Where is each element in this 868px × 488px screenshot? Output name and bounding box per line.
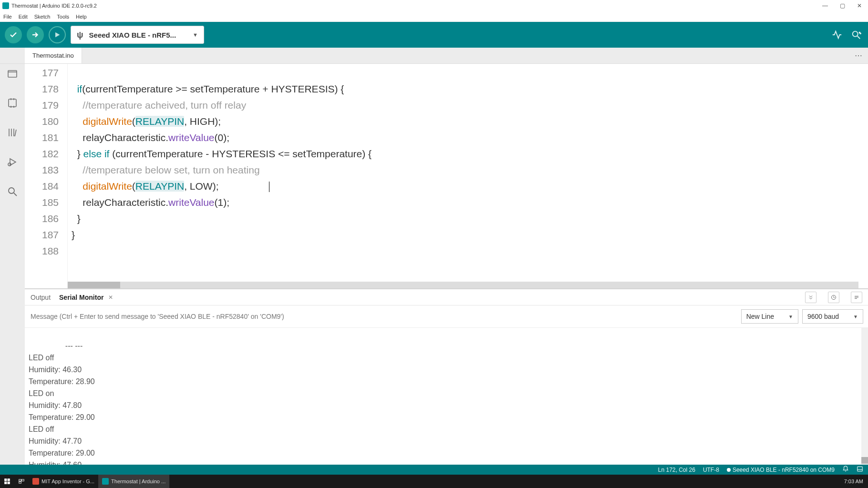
panel-timestamp-button[interactable] bbox=[828, 292, 839, 303]
svg-rect-28 bbox=[8, 478, 10, 481]
app-icon bbox=[2, 2, 9, 9]
menu-help[interactable]: Help bbox=[72, 11, 90, 22]
windows-taskbar: MIT App Inventor - G... Thermostat | Ard… bbox=[0, 475, 868, 488]
window-titlebar: Thermostat | Arduino IDE 2.0.0-rc9.2 — ▢… bbox=[0, 0, 868, 11]
toolbar: ψ Seeed XIAO BLE - nRF5... ▼ bbox=[0, 22, 868, 48]
svg-point-17 bbox=[8, 163, 11, 166]
window-title: Thermostat | Arduino IDE 2.0.0-rc9.2 bbox=[11, 3, 97, 9]
panel-icon bbox=[857, 466, 863, 472]
sketchbook-button[interactable] bbox=[5, 66, 20, 81]
svg-line-19 bbox=[14, 193, 17, 196]
panel-tab-serial-monitor[interactable]: Serial Monitor bbox=[59, 294, 103, 301]
serial-output-text: --- --- LED off Humidity: 46.30 Temperat… bbox=[29, 342, 95, 465]
menu-file[interactable]: File bbox=[0, 11, 15, 22]
serial-input-row: New Line ▼ 9600 baud ▼ bbox=[25, 305, 868, 328]
serial-vertical-scrollbar[interactable] bbox=[861, 328, 868, 465]
task-view-button[interactable] bbox=[14, 475, 29, 488]
panel-scroll-end-button[interactable] bbox=[805, 292, 816, 303]
svg-point-5 bbox=[860, 33, 861, 34]
search-sidebar-button[interactable] bbox=[5, 184, 20, 199]
boards-manager-button[interactable] bbox=[5, 95, 20, 111]
svg-point-18 bbox=[9, 188, 14, 193]
window-close-button[interactable]: ✕ bbox=[851, 0, 868, 11]
chevron-down-icon: ▼ bbox=[853, 314, 858, 319]
arrow-right-icon bbox=[31, 30, 40, 39]
statusbar: Ln 172, Col 26 UTF-8 Seeed XIAO BLE - nR… bbox=[0, 465, 868, 475]
board-selector[interactable]: ψ Seeed XIAO BLE - nRF5... ▼ bbox=[71, 26, 204, 44]
code-editor[interactable]: 177178179180181182183184185186187188 if(… bbox=[25, 64, 868, 288]
taskbar-app-label: MIT App Inventor - G... bbox=[41, 478, 94, 484]
bottom-panel: Output Serial Monitor ✕ New Line ▼ bbox=[25, 288, 868, 465]
svg-rect-7 bbox=[9, 99, 16, 107]
bell-icon bbox=[842, 466, 849, 472]
debug-button[interactable] bbox=[49, 26, 66, 43]
line-ending-label: New Line bbox=[746, 313, 774, 320]
serial-monitor-button[interactable] bbox=[849, 28, 863, 42]
panel-tab-output[interactable]: Output bbox=[31, 294, 51, 301]
svg-rect-31 bbox=[19, 479, 21, 481]
svg-point-2 bbox=[853, 31, 858, 37]
taskbar-app-arduino[interactable]: Thermostat | Arduino ... bbox=[98, 475, 169, 488]
panel-tab-close-button[interactable]: ✕ bbox=[108, 294, 113, 301]
line-gutter: 177178179180181182183184185186187188 bbox=[25, 64, 68, 288]
debug-icon bbox=[7, 156, 18, 168]
tab-overflow-button[interactable]: ⋯ bbox=[849, 48, 868, 63]
windows-icon bbox=[4, 478, 10, 485]
menu-sketch[interactable]: Sketch bbox=[31, 11, 54, 22]
svg-rect-25 bbox=[858, 467, 863, 471]
library-icon bbox=[7, 127, 18, 138]
taskbar-app-mit[interactable]: MIT App Inventor - G... bbox=[29, 475, 98, 488]
baud-rate-label: 9600 baud bbox=[807, 313, 839, 320]
panel-tabstrip: Output Serial Monitor ✕ bbox=[25, 289, 868, 305]
board-icon bbox=[7, 97, 18, 109]
taskbar-clock[interactable]: 7:03 AM bbox=[839, 478, 868, 484]
library-manager-button[interactable] bbox=[5, 125, 20, 140]
usb-icon: ψ bbox=[77, 30, 83, 40]
search-icon bbox=[7, 186, 18, 197]
taskview-icon bbox=[18, 478, 25, 485]
menubar: File Edit Sketch Tools Help bbox=[0, 11, 868, 22]
file-tab-thermostat[interactable]: Thermostat.ino bbox=[25, 48, 82, 63]
editor-tabstrip: Thermostat.ino ⋯ bbox=[0, 48, 868, 64]
activity-sidebar bbox=[0, 64, 25, 465]
serial-plotter-button[interactable] bbox=[830, 28, 844, 42]
baud-rate-select[interactable]: 9600 baud ▼ bbox=[802, 309, 863, 324]
check-icon bbox=[9, 30, 18, 39]
svg-marker-1 bbox=[55, 32, 60, 38]
serial-message-input[interactable] bbox=[30, 310, 737, 323]
chevron-down-icon: ▼ bbox=[193, 32, 198, 38]
chrome-icon bbox=[32, 478, 39, 485]
start-button[interactable] bbox=[0, 475, 14, 488]
svg-rect-27 bbox=[4, 478, 7, 481]
line-ending-select[interactable]: New Line ▼ bbox=[741, 309, 798, 324]
svg-rect-33 bbox=[19, 482, 21, 484]
status-board[interactable]: Seeed XIAO BLE - nRF52840 on COM9 bbox=[727, 467, 835, 473]
upload-button[interactable] bbox=[27, 26, 44, 43]
chevron-down-icon: ▼ bbox=[788, 314, 793, 319]
svg-line-15 bbox=[15, 130, 16, 136]
board-selector-label: Seeed XIAO BLE - nRF5... bbox=[89, 31, 176, 39]
serial-output[interactable]: --- --- LED off Humidity: 46.30 Temperat… bbox=[25, 328, 868, 465]
debug-sidebar-button[interactable] bbox=[5, 154, 20, 170]
svg-rect-6 bbox=[8, 71, 17, 77]
panel-toggle-button[interactable] bbox=[857, 466, 863, 474]
folder-icon bbox=[7, 68, 18, 79]
menu-edit[interactable]: Edit bbox=[15, 11, 31, 22]
svg-rect-29 bbox=[4, 482, 7, 484]
play-debug-icon bbox=[53, 31, 61, 39]
editor-horizontal-scrollbar[interactable] bbox=[68, 282, 858, 288]
svg-rect-32 bbox=[22, 479, 24, 481]
window-maximize-button[interactable]: ▢ bbox=[834, 0, 851, 11]
verify-button[interactable] bbox=[5, 26, 22, 43]
window-minimize-button[interactable]: — bbox=[816, 0, 834, 11]
code-content[interactable]: if(currentTemperature >= setTemperature … bbox=[68, 64, 868, 288]
notifications-button[interactable] bbox=[842, 466, 849, 474]
menu-tools[interactable]: Tools bbox=[53, 11, 72, 22]
pulse-icon bbox=[832, 30, 842, 40]
panel-clear-button[interactable] bbox=[851, 292, 862, 303]
clear-icon bbox=[854, 295, 859, 300]
arduino-icon bbox=[102, 478, 109, 485]
taskbar-app-label: Thermostat | Arduino ... bbox=[111, 478, 165, 484]
file-tab-label: Thermostat.ino bbox=[32, 52, 74, 59]
svg-line-3 bbox=[858, 36, 860, 39]
